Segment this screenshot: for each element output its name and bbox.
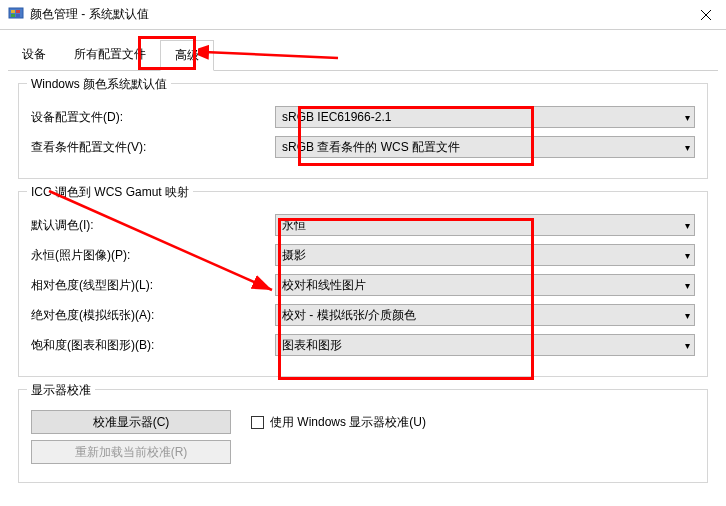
tab-advanced[interactable]: 高级 xyxy=(160,40,214,71)
window-title: 颜色管理 - 系统默认值 xyxy=(30,6,686,23)
chevron-down-icon: ▾ xyxy=(685,142,690,153)
default-intent-label: 默认调色(I): xyxy=(31,217,275,234)
combo-value: 摄影 xyxy=(282,247,306,264)
use-windows-calibration-checkbox[interactable]: 使用 Windows 显示器校准(U) xyxy=(251,414,426,431)
chevron-down-icon: ▾ xyxy=(685,310,690,321)
combo-value: 图表和图形 xyxy=(282,337,342,354)
group-title: 显示器校准 xyxy=(27,382,95,399)
svg-rect-1 xyxy=(11,10,15,13)
chevron-down-icon: ▾ xyxy=(685,220,690,231)
relative-combo[interactable]: 校对和线性图片 ▾ xyxy=(275,274,695,296)
calibrate-display-button[interactable]: 校准显示器(C) xyxy=(31,410,231,434)
combo-value: sRGB 查看条件的 WCS 配置文件 xyxy=(282,139,460,156)
combo-value: 永恒 xyxy=(282,217,306,234)
tabs-bar: 设备 所有配置文件 高级 xyxy=(0,30,726,71)
combo-value: 校对和线性图片 xyxy=(282,277,366,294)
app-icon xyxy=(8,7,24,23)
absolute-combo[interactable]: 校对 - 模拟纸张/介质颜色 ▾ xyxy=(275,304,695,326)
view-conditions-label: 查看条件配置文件(V): xyxy=(31,139,275,156)
device-profile-label: 设备配置文件(D): xyxy=(31,109,275,126)
chevron-down-icon: ▾ xyxy=(685,112,690,123)
svg-rect-3 xyxy=(11,14,15,17)
reload-calibration-button[interactable]: 重新加载当前校准(R) xyxy=(31,440,231,464)
perceptual-label: 永恒(照片图像)(P): xyxy=(31,247,275,264)
svg-rect-2 xyxy=(16,10,20,13)
close-button[interactable] xyxy=(686,0,726,30)
view-conditions-combo[interactable]: sRGB 查看条件的 WCS 配置文件 ▾ xyxy=(275,136,695,158)
tab-device[interactable]: 设备 xyxy=(8,40,60,71)
absolute-label: 绝对色度(模拟纸张)(A): xyxy=(31,307,275,324)
group-icc-wcs: ICC 调色到 WCS Gamut 映射 默认调色(I): 永恒 ▾ 永恒(照片… xyxy=(18,191,708,377)
perceptual-combo[interactable]: 摄影 ▾ xyxy=(275,244,695,266)
chevron-down-icon: ▾ xyxy=(685,340,690,351)
tab-profiles[interactable]: 所有配置文件 xyxy=(60,40,160,71)
combo-value: sRGB IEC61966-2.1 xyxy=(282,110,391,124)
checkbox-icon xyxy=(251,416,264,429)
device-profile-combo[interactable]: sRGB IEC61966-2.1 ▾ xyxy=(275,106,695,128)
default-intent-combo[interactable]: 永恒 ▾ xyxy=(275,214,695,236)
combo-value: 校对 - 模拟纸张/介质颜色 xyxy=(282,307,416,324)
group-title: Windows 颜色系统默认值 xyxy=(27,76,171,93)
saturation-label: 饱和度(图表和图形)(B): xyxy=(31,337,275,354)
relative-label: 相对色度(线型图片)(L): xyxy=(31,277,275,294)
titlebar: 颜色管理 - 系统默认值 xyxy=(0,0,726,30)
group-title: ICC 调色到 WCS Gamut 映射 xyxy=(27,184,193,201)
group-windows-defaults: Windows 颜色系统默认值 设备配置文件(D): sRGB IEC61966… xyxy=(18,83,708,179)
chevron-down-icon: ▾ xyxy=(685,250,690,261)
content-area: Windows 颜色系统默认值 设备配置文件(D): sRGB IEC61966… xyxy=(0,71,726,503)
checkbox-label: 使用 Windows 显示器校准(U) xyxy=(270,414,426,431)
group-display-calibration: 显示器校准 校准显示器(C) 使用 Windows 显示器校准(U) 重新加载当… xyxy=(18,389,708,483)
svg-rect-4 xyxy=(16,14,20,17)
saturation-combo[interactable]: 图表和图形 ▾ xyxy=(275,334,695,356)
chevron-down-icon: ▾ xyxy=(685,280,690,291)
